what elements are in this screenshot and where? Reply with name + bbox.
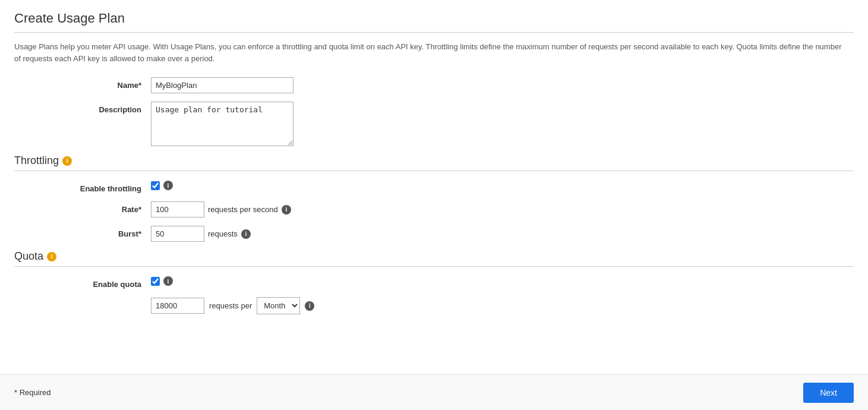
main-container: Create Usage Plan Usage Plans help you m… — [0, 0, 868, 314]
name-label: Name* — [14, 77, 151, 90]
rate-label: Rate* — [14, 201, 151, 214]
next-button[interactable]: Next — [803, 383, 854, 403]
throttling-divider — [14, 171, 854, 171]
rate-row: Rate* requests per second i — [14, 201, 854, 217]
burst-label: Burst* — [14, 226, 151, 238]
throttling-header: Throttling i — [14, 154, 854, 167]
burst-input-group: requests i — [151, 226, 251, 242]
enable-throttling-checkbox[interactable] — [151, 181, 160, 190]
footer-bar: * Required Next — [0, 374, 868, 410]
quota-divider — [14, 266, 854, 267]
enable-quota-checkbox[interactable] — [151, 277, 160, 286]
description-row: Description Usage plan for tutorial — [14, 102, 854, 146]
required-note: * Required — [14, 388, 50, 397]
throttling-enable-info-icon[interactable]: i — [163, 181, 173, 190]
rate-info-icon[interactable]: i — [282, 205, 291, 215]
enable-throttling-row: Enable throttling i — [14, 181, 854, 193]
enable-throttling-label: Enable throttling — [14, 181, 151, 193]
quota-inputs-row: requests per Day Week Month i — [151, 297, 854, 314]
enable-quota-row: Enable quota i — [14, 276, 854, 289]
burst-input[interactable] — [151, 226, 204, 242]
quota-requests-input[interactable] — [151, 298, 204, 314]
quota-period-info-icon[interactable]: i — [305, 301, 314, 311]
quota-period-select[interactable]: Day Week Month — [257, 297, 300, 314]
burst-row: Burst* requests i — [14, 226, 854, 242]
quota-header: Quota i — [14, 250, 854, 263]
page-title: Create Usage Plan — [14, 11, 854, 26]
name-input[interactable] — [151, 77, 293, 93]
burst-suffix: requests — [208, 229, 238, 238]
rate-input[interactable] — [151, 201, 204, 217]
throttling-label: Throttling — [14, 154, 59, 167]
quota-label: Quota — [14, 250, 43, 263]
page-description: Usage Plans help you meter API usage. Wi… — [14, 41, 846, 64]
rate-input-group: requests per second i — [151, 201, 291, 217]
name-row: Name* — [14, 77, 854, 93]
description-input[interactable]: Usage plan for tutorial — [151, 102, 293, 146]
quota-info-icon[interactable]: i — [47, 252, 56, 261]
burst-info-icon[interactable]: i — [241, 229, 251, 239]
enable-quota-controls: i — [151, 276, 173, 286]
throttling-info-icon[interactable]: i — [62, 156, 72, 166]
quota-requests-per-label: requests per — [209, 301, 252, 310]
enable-quota-label: Enable quota — [14, 276, 151, 289]
enable-throttling-controls: i — [151, 181, 173, 190]
quota-enable-info-icon[interactable]: i — [163, 276, 173, 286]
rate-suffix: requests per second — [208, 205, 278, 214]
description-label: Description — [14, 102, 151, 114]
title-divider — [14, 32, 854, 33]
